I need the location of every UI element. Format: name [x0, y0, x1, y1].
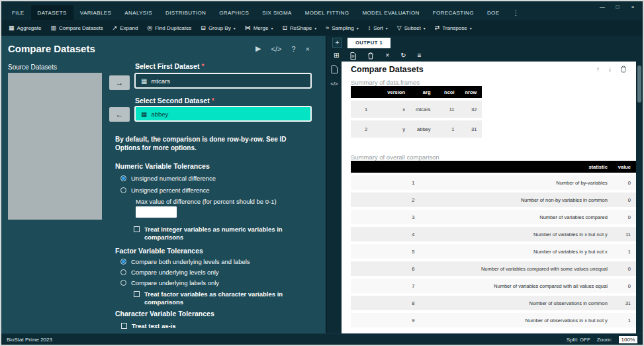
radio-option[interactable]: Compare underlying levels only — [120, 267, 250, 277]
toolbar-button[interactable]: ◎ Find Duplicates ▾ — [142, 20, 196, 36]
toolbar-button[interactable]: ↕ Sort ▾ — [363, 20, 392, 36]
add-output-tab-button[interactable]: + — [332, 38, 342, 48]
close-window-button[interactable]: × — [627, 3, 639, 11]
treat-text-as-is-checkbox[interactable]: Treat text as-is — [121, 322, 176, 330]
help-icon[interactable]: ? — [291, 45, 295, 53]
vertical-scrollbar[interactable] — [636, 62, 643, 333]
toolbar-button[interactable]: ⋈ Merge ▾ — [240, 20, 278, 36]
maximize-button[interactable]: □ — [612, 3, 623, 11]
zoom-value[interactable]: 100% — [619, 336, 637, 343]
table-row: 8 Number of observations in common 31 — [351, 296, 636, 310]
toolbar-button[interactable]: ▦ Aggregate ▾ — [4, 20, 46, 36]
second-dataset-select[interactable]: ▦ abbey — [134, 106, 312, 122]
toolbar-icon: ◎ — [147, 24, 152, 31]
menu-item[interactable]: DOE — [481, 5, 506, 20]
character-tolerances-title: Character Variable Tolerances — [115, 310, 214, 318]
minimize-button[interactable]: — — [596, 3, 608, 11]
toolbar-label: ReShape — [290, 25, 312, 31]
output-title: Compare Datasets — [351, 65, 424, 74]
split-status[interactable]: Split: OFF — [567, 337, 590, 343]
menu-item[interactable]: GRAPHICS — [212, 5, 255, 20]
scrollbar-thumb[interactable] — [637, 65, 641, 103]
menu-item[interactable]: DISTRIBUTION — [159, 5, 212, 20]
list-icon[interactable]: ≡ — [418, 52, 422, 59]
output-toolbar: ⊞ × ↻ ≡ — [327, 50, 643, 62]
document-icon[interactable] — [331, 65, 338, 75]
radio-option[interactable]: Compare underlying labels only — [120, 277, 250, 288]
max-difference-input[interactable] — [136, 206, 177, 218]
delete-section-icon[interactable] — [620, 65, 627, 74]
table-row: 6 Number of variables compared with some… — [351, 261, 636, 276]
menu-item[interactable]: VARIABLES — [73, 5, 118, 20]
table-row: 2 y abbey 1 31 — [351, 120, 482, 138]
menu-item[interactable]: SIX SIGMA — [255, 5, 299, 20]
comparison-note: By default, the comparison is done row-b… — [115, 135, 311, 152]
panel-actions: ▶ </> ? × — [255, 44, 310, 53]
code-icon[interactable]: </> — [271, 45, 282, 53]
output-side-strip: </> — [327, 62, 342, 333]
toolbar-label: Transpose — [442, 25, 467, 31]
move-right-button[interactable]: → — [109, 75, 130, 90]
numeric-tolerances-title: Numeric Variable Tolerances — [115, 162, 210, 170]
export-icon[interactable] — [350, 52, 356, 60]
toolbar-icon: ▽ — [397, 24, 402, 31]
menu-item[interactable]: DATASETS — [31, 5, 73, 20]
menu-item[interactable]: MODEL EVALUATION — [355, 5, 426, 20]
toolbar-label: Group By — [208, 25, 231, 31]
status-right: Split: OFF Zoom: 100% — [567, 336, 637, 343]
toolbar-label: Subset — [404, 25, 421, 31]
radio-option[interactable]: Compare both underlying levels and label… — [120, 256, 250, 267]
delete-output-icon[interactable] — [367, 52, 374, 60]
radio-icon — [120, 187, 126, 193]
toolbar-button[interactable]: ⊟ Group By ▾ — [196, 20, 240, 36]
required-asterisk: * — [201, 62, 204, 70]
status-bar: BioStat Prime 2023 Split: OFF Zoom: 100% — [1, 333, 643, 345]
toolbar-label: Compare Datasets — [59, 25, 103, 31]
first-dataset-select[interactable]: ▦ mtcars — [134, 73, 312, 89]
integer-as-numeric-checkbox[interactable]: Treat integer variables as numeric varia… — [134, 226, 314, 242]
move-left-button[interactable]: ← — [109, 107, 130, 122]
toolbar-label: Merge — [253, 25, 269, 31]
numeric-difference-radio-group: Unsigned numerical difference Unsigned p… — [120, 172, 216, 196]
menu-item[interactable]: ANALYSIS — [118, 5, 159, 20]
menu-items: FILE DATASETS VARIABLES ANALYSIS DISTRIB… — [5, 5, 506, 20]
move-down-icon[interactable]: ↓ — [608, 66, 612, 73]
radio-option[interactable]: Unsigned numerical difference — [120, 172, 216, 184]
toolbar-button[interactable]: ⊡ ReShape ▾ — [277, 20, 321, 36]
menu-item[interactable]: FORECASTING — [426, 5, 481, 20]
chevron-down-icon: ▾ — [470, 26, 472, 30]
toolbar-button[interactable]: ▽ Subset ▾ — [392, 20, 430, 36]
source-datasets-list[interactable] — [8, 73, 102, 220]
move-up-icon[interactable]: ↑ — [596, 66, 600, 73]
code-view-icon[interactable]: </> — [330, 81, 338, 87]
refresh-icon[interactable]: ↻ — [400, 52, 406, 59]
factor-as-character-checkbox[interactable]: Treat factor variables as character vari… — [134, 290, 314, 307]
toolbar-items: ▦ Aggregate ▾ ▥ Compare Datasets ▾ ↗ Exp… — [4, 20, 477, 36]
radio-label: Unsigned percent difference — [131, 187, 210, 194]
radio-option[interactable]: Unsigned percent difference — [120, 184, 216, 196]
dataframes-table: versionargncolnrow 1 x mtcars 11 32 — [351, 83, 482, 140]
close-panel-icon[interactable]: × — [306, 45, 310, 53]
checkbox-label: Treat factor variables as character vari… — [144, 290, 314, 307]
toolbar-button[interactable]: ▥ Compare Datasets ▾ — [46, 20, 107, 36]
column-header: version — [381, 86, 410, 98]
menu-item[interactable]: MODEL FITTING — [299, 5, 356, 20]
zoom-label: Zoom: — [597, 337, 612, 343]
toolbar-icon: ▦ — [9, 24, 15, 31]
toolbar-button[interactable]: ↗ Expand ▾ — [108, 20, 143, 36]
table-row: 1 x mtcars 11 32 — [351, 101, 482, 118]
output-body: </> Compare Datasets ↑ ↓ Summary of — [327, 62, 643, 333]
table-row: 5 Number of variables in y but not x 1 — [351, 244, 636, 259]
tab-output-1[interactable]: OUTPUT 1 — [347, 38, 391, 48]
close-output-icon[interactable]: × — [385, 52, 389, 59]
table-row: 9 Number of observations in x but not y … — [351, 313, 636, 327]
run-icon[interactable]: ▶ — [255, 44, 261, 53]
toolbar-icon: ⊟ — [201, 24, 206, 31]
add-table-icon[interactable]: ⊞ — [334, 52, 339, 59]
menu-item[interactable]: FILE — [5, 5, 31, 20]
toolbar-button[interactable]: ⇄ Transpose ▾ — [430, 20, 477, 36]
toolbar-icon: ↕ — [368, 24, 371, 31]
kebab-menu-icon[interactable]: ⋮ — [506, 5, 526, 20]
column-header: ncol — [436, 86, 460, 98]
toolbar-button[interactable]: ≈ Sampling ▾ — [321, 20, 363, 36]
